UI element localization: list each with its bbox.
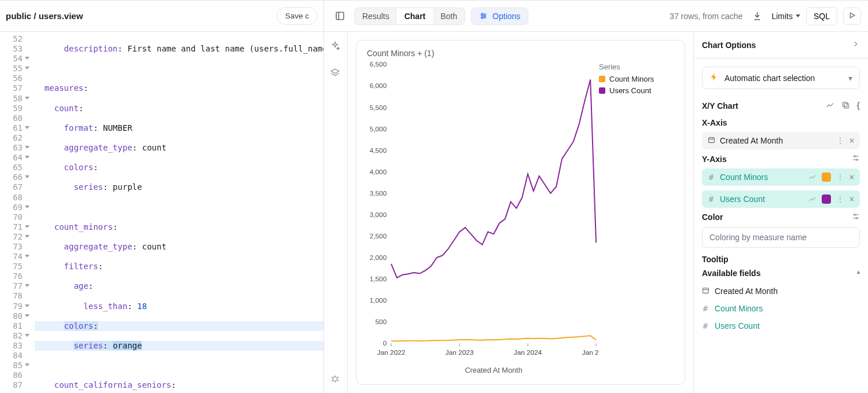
hash-icon: # xyxy=(708,194,715,204)
settings-icon[interactable] xyxy=(852,154,860,164)
svg-point-5 xyxy=(481,13,483,15)
chart-card: Count Minors + (1) 05001,0001,5002,0002,… xyxy=(356,40,685,385)
breadcrumb[interactable]: public / users.view xyxy=(6,11,83,21)
chart-options-title: Chart Options xyxy=(702,41,756,50)
tab-results[interactable]: Results xyxy=(355,8,397,24)
line-number[interactable]: 82 xyxy=(0,331,24,341)
tooltip-label[interactable]: Tooltip xyxy=(702,255,860,264)
auto-chart-selection[interactable]: Automatic chart selection ▾ xyxy=(702,67,860,89)
line-number[interactable]: 67 xyxy=(0,182,24,192)
line-number[interactable]: 80 xyxy=(0,311,24,321)
sql-button[interactable]: SQL xyxy=(806,7,837,25)
line-number[interactable]: 73 xyxy=(0,242,24,252)
limits-dropdown[interactable]: Limits xyxy=(771,12,800,21)
line-number[interactable]: 81 xyxy=(0,321,24,331)
available-fields-label: Available fields xyxy=(702,269,760,278)
line-number[interactable]: 69 xyxy=(0,203,24,212)
available-field[interactable]: Created At Month xyxy=(702,282,860,300)
hash-icon: # xyxy=(702,304,709,313)
svg-text:6,500: 6,500 xyxy=(370,60,387,68)
line-number[interactable]: 66 xyxy=(0,172,24,182)
chevron-right-icon[interactable] xyxy=(852,40,860,50)
line-number[interactable]: 87 xyxy=(0,380,24,390)
line-number[interactable]: 60 xyxy=(0,113,24,123)
xaxis-label: X-Axis xyxy=(702,118,860,127)
run-button[interactable] xyxy=(843,8,861,25)
line-number[interactable]: 65 xyxy=(0,163,24,172)
line-number[interactable]: 59 xyxy=(0,104,24,113)
line-number[interactable]: 76 xyxy=(0,271,24,281)
line-number[interactable]: 85 xyxy=(0,361,24,370)
line-chart-icon[interactable] xyxy=(826,101,834,111)
line-number[interactable]: 57 xyxy=(0,83,24,93)
legend-item[interactable]: Users Count xyxy=(599,86,674,95)
copy-icon[interactable] xyxy=(841,101,850,111)
line-number[interactable]: 70 xyxy=(0,212,24,222)
code-icon[interactable]: { xyxy=(857,101,860,111)
svg-point-46 xyxy=(854,214,855,215)
svg-point-43 xyxy=(856,159,858,160)
color-label: Color xyxy=(702,212,723,222)
tab-both[interactable]: Both xyxy=(433,8,465,24)
swatch-purple-icon xyxy=(599,87,605,94)
line-number[interactable]: 86 xyxy=(0,370,24,380)
hash-icon: # xyxy=(702,321,709,330)
line-number[interactable]: 63 xyxy=(0,143,24,153)
svg-text:0: 0 xyxy=(383,339,387,347)
view-mode-tabs: Results Chart Both xyxy=(354,8,465,25)
svg-rect-36 xyxy=(709,138,715,143)
line-number[interactable]: 54 xyxy=(0,54,24,64)
panel-toggle-icon[interactable] xyxy=(331,8,348,25)
line-number[interactable]: 74 xyxy=(0,252,24,262)
line-number[interactable]: 62 xyxy=(0,133,24,143)
svg-point-47 xyxy=(856,218,858,219)
calendar-icon xyxy=(708,136,715,145)
svg-text:6,000: 6,000 xyxy=(370,82,387,90)
svg-text:Jan 2023: Jan 2023 xyxy=(446,348,474,357)
line-number[interactable]: 64 xyxy=(0,153,24,163)
line-number[interactable]: 75 xyxy=(0,262,24,271)
chart-plot[interactable]: 05001,0001,5002,0002,5003,0003,5004,0004… xyxy=(360,58,599,379)
xaxis-field[interactable]: Created At Month ⋮× xyxy=(702,132,860,149)
legend-item[interactable]: Count Minors xyxy=(599,75,674,83)
svg-text:2,500: 2,500 xyxy=(370,232,387,240)
line-number[interactable]: 61 xyxy=(0,123,24,133)
svg-text:5,000: 5,000 xyxy=(370,125,387,133)
line-number[interactable]: 55 xyxy=(0,64,24,74)
line-number[interactable]: 78 xyxy=(0,291,24,301)
chevron-up-icon[interactable]: ▴ xyxy=(857,269,860,278)
line-number[interactable]: 77 xyxy=(0,281,24,291)
download-icon[interactable] xyxy=(748,8,766,25)
line-number[interactable]: 52 xyxy=(0,34,24,44)
available-field[interactable]: #Count Minors xyxy=(702,300,860,317)
line-number[interactable]: 58 xyxy=(0,94,24,104)
svg-point-7 xyxy=(481,17,483,19)
swatch-orange-icon xyxy=(599,76,605,82)
tab-chart[interactable]: Chart xyxy=(397,8,433,24)
line-number[interactable]: 79 xyxy=(0,302,24,311)
color-input[interactable]: Coloring by measure name xyxy=(702,227,860,248)
code-editor[interactable]: description: First name and last name (u… xyxy=(24,34,323,393)
line-number[interactable]: 56 xyxy=(0,74,24,83)
line-number[interactable]: 71 xyxy=(0,222,24,232)
line-number[interactable]: 68 xyxy=(0,193,24,203)
yaxis-field-0[interactable]: # Count Minors ⋮× xyxy=(702,168,860,186)
svg-rect-34 xyxy=(844,104,849,108)
options-button[interactable]: Options xyxy=(471,8,528,25)
save-button[interactable]: Save c xyxy=(277,7,318,25)
settings-icon[interactable] xyxy=(852,212,860,222)
yaxis-field-1[interactable]: # Users Count ⋮× xyxy=(702,190,860,208)
chart-title: Count Minors + (1) xyxy=(360,49,674,58)
line-number[interactable]: 83 xyxy=(0,341,24,351)
hash-icon: # xyxy=(708,172,715,182)
sparkles-icon[interactable] xyxy=(330,41,341,53)
rows-info: 37 rows, from cache xyxy=(670,12,742,21)
svg-text:Created At Month: Created At Month xyxy=(465,366,522,374)
xy-chart-title: X/Y Chart xyxy=(702,101,738,111)
line-number[interactable]: 53 xyxy=(0,44,24,54)
available-field[interactable]: #Users Count xyxy=(702,317,860,335)
bug-icon[interactable] xyxy=(330,373,341,385)
layers-icon[interactable] xyxy=(330,68,341,79)
line-number[interactable]: 84 xyxy=(0,351,24,361)
line-number[interactable]: 72 xyxy=(0,232,24,242)
